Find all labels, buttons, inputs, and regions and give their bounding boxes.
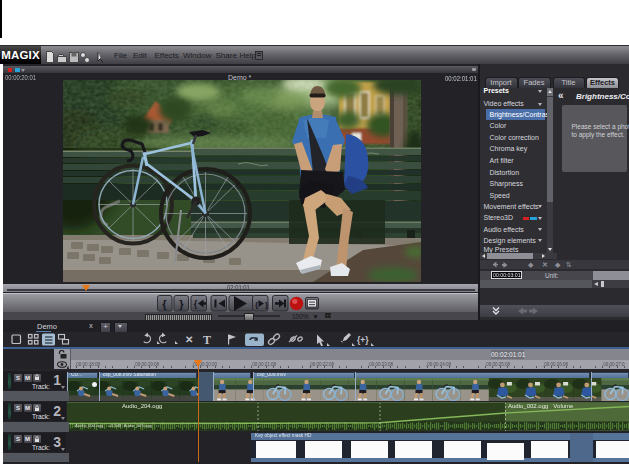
svg-text:{: { <box>255 299 258 308</box>
svg-text:}: } <box>265 299 268 308</box>
svg-text:{: { <box>162 297 167 309</box>
svg-text:}: } <box>179 297 184 309</box>
svg-text:✕: ✕ <box>185 334 193 345</box>
svg-text:{: { <box>194 299 198 309</box>
svg-text:{+}: {+} <box>357 335 369 345</box>
svg-text:T: T <box>203 333 211 347</box>
